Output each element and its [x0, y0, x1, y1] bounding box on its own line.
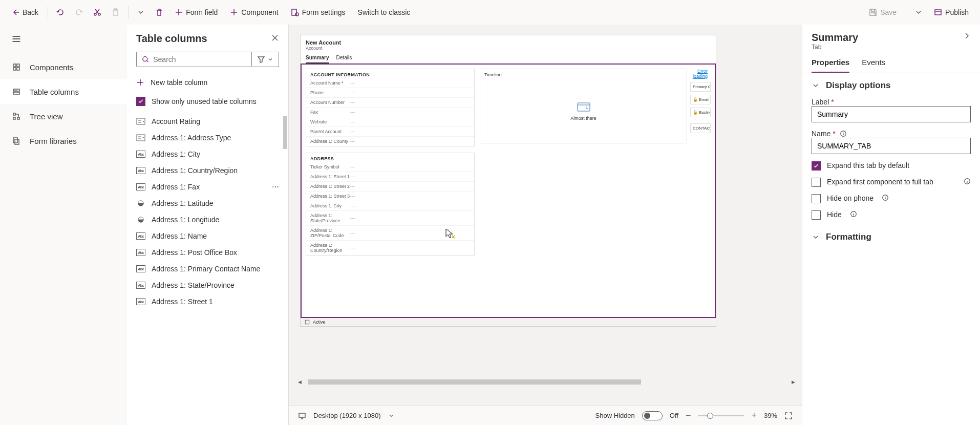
filter-button[interactable]: [252, 52, 279, 67]
scrollbar-track[interactable]: [283, 113, 287, 425]
show-hidden-toggle[interactable]: [642, 411, 663, 420]
cut-button[interactable]: [89, 5, 105, 19]
horizontal-scrollbar[interactable]: ◀ ▶: [298, 379, 797, 385]
zoom-slider[interactable]: [698, 415, 744, 416]
column-item[interactable]: Address 1: Address Type: [127, 130, 288, 146]
name-input[interactable]: [812, 138, 971, 154]
expand-first-checkbox[interactable]: [812, 178, 821, 187]
column-item[interactable]: AbcAddress 1: Country/Region: [127, 162, 288, 179]
column-item[interactable]: AbcAddress 1: Primary Contact Name: [127, 261, 288, 277]
expand-panel-button[interactable]: [963, 32, 971, 41]
search-box[interactable]: [136, 52, 252, 67]
column-item[interactable]: AbcAddress 1: Street 1: [127, 293, 288, 310]
viewport-label[interactable]: Desktop (1920 x 1080): [313, 412, 381, 419]
column-item[interactable]: AbcAddress 1: City: [127, 146, 288, 162]
zoom-in-button[interactable]: +: [751, 410, 757, 421]
form-field[interactable]: Account Number---: [306, 97, 474, 107]
form-field[interactable]: Address 1: Street 1---: [306, 172, 474, 181]
fit-icon[interactable]: [784, 412, 793, 420]
component-button[interactable]: Component: [225, 5, 283, 19]
column-item[interactable]: AbcAddress 1: Post Office Box: [127, 244, 288, 261]
group-formatting[interactable]: Formatting: [812, 232, 971, 242]
column-item[interactable]: AbcAddress 1: Fax⋯: [127, 179, 288, 195]
side-card-primary[interactable]: Primary Co: [690, 82, 711, 92]
form-field[interactable]: Address 1: Street 3---: [306, 191, 474, 201]
save-button[interactable]: Save: [864, 5, 902, 19]
hide-phone-row[interactable]: Hide on phone: [812, 194, 971, 203]
column-item[interactable]: Address 1: Latitude: [127, 195, 288, 211]
form-settings-button[interactable]: Form settings: [286, 5, 351, 19]
form-field[interactable]: Address 1: Street 2---: [306, 181, 474, 191]
scroll-track[interactable]: [303, 379, 792, 385]
column-item[interactable]: AbcAddress 1: Name: [127, 228, 288, 244]
info-icon[interactable]: [840, 130, 847, 137]
info-icon[interactable]: [882, 194, 889, 201]
paste-dropdown[interactable]: [133, 5, 149, 19]
form-field[interactable]: Phone---: [306, 88, 474, 97]
form-field[interactable]: Address 1: State/Province---: [306, 210, 474, 225]
form-field[interactable]: Address 1: ZIP/Postal Code---: [306, 225, 474, 240]
scrollbar-thumb[interactable]: [283, 116, 287, 149]
publish-button[interactable]: Publish: [929, 5, 974, 19]
hide-phone-checkbox[interactable]: [812, 194, 821, 203]
form-field[interactable]: Parent Account---: [306, 126, 474, 136]
hide-row[interactable]: Hide: [812, 210, 971, 220]
label-input[interactable]: [812, 106, 971, 122]
section-account-info[interactable]: ACCOUNT INFORMATION Account Name*---Phon…: [306, 69, 475, 146]
nav-form-libraries[interactable]: Form libraries: [0, 129, 127, 153]
zoom-out-button[interactable]: −: [686, 410, 691, 421]
nav-table-columns[interactable]: Abc Table columns: [0, 79, 127, 104]
form-tab-body[interactable]: ACCOUNT INFORMATION Account Name*---Phon…: [301, 63, 716, 318]
section-address[interactable]: ADDRESS Ticker Symbol---Address 1: Stree…: [306, 153, 475, 256]
form-preview[interactable]: New Account Account Summary Details ACCO…: [300, 35, 716, 327]
new-table-column-button[interactable]: New table column: [127, 73, 288, 92]
unused-checkbox[interactable]: [136, 97, 145, 106]
delete-button[interactable]: [151, 5, 167, 19]
expand-first-row[interactable]: Expand first component to full tab: [812, 178, 971, 187]
nav-tree-view[interactable]: Tree view: [0, 104, 127, 129]
side-card-contacts[interactable]: CONTACTS: [690, 123, 711, 133]
form-field[interactable]: Ticker Symbol---: [306, 162, 474, 172]
expand-default-checkbox[interactable]: [812, 161, 821, 171]
info-icon[interactable]: [850, 210, 857, 218]
zoom-knob[interactable]: [707, 413, 713, 419]
hide-checkbox[interactable]: [812, 210, 821, 220]
scroll-right-arrow[interactable]: ▶: [792, 379, 797, 385]
column-item[interactable]: AbcAddress 1: State/Province: [127, 277, 288, 293]
save-dropdown[interactable]: [910, 5, 927, 19]
more-icon[interactable]: ⋯: [272, 183, 279, 191]
form-field[interactable]: Website---: [306, 117, 474, 126]
redo-button[interactable]: [71, 5, 87, 19]
tab-events[interactable]: Events: [862, 58, 885, 73]
scroll-thumb[interactable]: [308, 379, 641, 385]
side-card-business[interactable]: 🔒 Business: [690, 108, 711, 117]
form-field[interactable]: Address 1: County---: [306, 136, 474, 146]
form-field[interactable]: Fax---: [306, 107, 474, 117]
form-field-button[interactable]: Form field: [169, 5, 223, 19]
hamburger-button[interactable]: [0, 34, 127, 55]
search-input[interactable]: [153, 55, 246, 63]
column-item[interactable]: Address 1: Longitude: [127, 211, 288, 228]
tab-summary[interactable]: Summary: [306, 55, 329, 63]
columns-list[interactable]: Account RatingAddress 1: Address TypeAbc…: [127, 113, 288, 425]
nav-components[interactable]: Components: [0, 55, 127, 79]
timeline-section[interactable]: Timeline Almost there: [480, 69, 687, 143]
chevron-down-icon[interactable]: [388, 413, 394, 419]
column-item[interactable]: Account Rating: [127, 113, 288, 130]
form-field[interactable]: Address 1: Country/Region---: [306, 240, 474, 255]
side-card-email[interactable]: 🔒 Email: [690, 95, 711, 104]
close-panel-button[interactable]: [271, 34, 279, 44]
back-button[interactable]: Back: [6, 5, 44, 19]
undo-button[interactable]: [52, 5, 69, 19]
expand-default-row[interactable]: Expand this tab by default: [812, 161, 971, 171]
tab-details[interactable]: Details: [336, 55, 352, 63]
info-icon[interactable]: [964, 178, 971, 185]
form-field[interactable]: Address 1: City---: [306, 201, 474, 210]
tab-properties[interactable]: Properties: [812, 58, 849, 73]
unused-checkbox-row[interactable]: Show only unused table columns: [127, 92, 288, 113]
scroll-left-arrow[interactable]: ◀: [298, 379, 303, 385]
paste-button[interactable]: [108, 5, 124, 19]
group-display-options[interactable]: Display options: [812, 80, 971, 91]
error-loading-link[interactable]: Error loading: [690, 69, 711, 79]
form-field[interactable]: Account Name*---: [306, 78, 474, 88]
